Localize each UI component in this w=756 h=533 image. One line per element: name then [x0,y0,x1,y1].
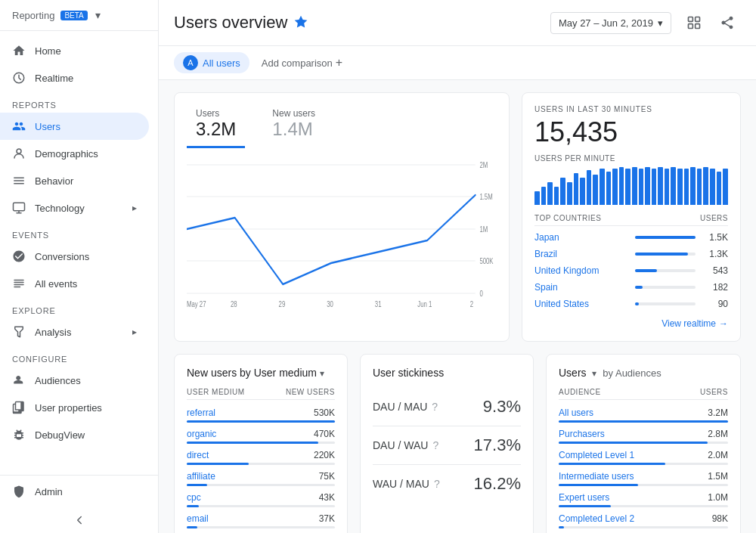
stickiness-dau-mau-value: 9.3% [483,397,521,417]
medium-name-referral[interactable]: referral [187,407,215,418]
sidebar-item-behavior[interactable]: Behavior [0,167,149,194]
country-name-uk[interactable]: United Kingdom [534,265,629,276]
bar-5 [560,178,565,205]
wau-mau-label-text: WAU / MAU [373,478,429,490]
audience-bar-intermediate [559,484,638,486]
audience-name-completed1[interactable]: Completed Level 1 [559,450,634,460]
audience-name-completed2[interactable]: Completed Level 2 [559,513,634,524]
medium-row-email: email 37K [187,510,335,531]
sidebar-item-home[interactable]: Home [0,37,149,64]
new-users-dropdown-icon[interactable]: ▾ [320,368,324,379]
audience-name-purchasers[interactable]: Purchasers [559,429,605,439]
date-range-selector[interactable]: May 27 – Jun 2, 2019 ▾ [550,12,671,34]
audience-bar-completed2 [559,526,564,528]
audiences-dropdown-icon[interactable]: ▾ [592,368,596,379]
sidebar-item-audiences[interactable]: Audiences [0,367,149,394]
help-icon-dau-wau[interactable]: ? [432,439,438,451]
stickiness-dau-wau-label: DAU / WAU ? [373,439,438,451]
help-icon-dau-mau[interactable]: ? [432,401,438,413]
conversions-icon [12,249,26,263]
chevron-down-icon[interactable]: ▾ [95,9,101,21]
all-users-filter-chip[interactable]: A All users [174,52,249,73]
countries-table: TOP COUNTRIES USERS Japan 1.5K Brazil 1.… [534,214,728,312]
top-cards-row: Users 3.2M New users 1.4M [174,92,741,342]
svg-point-1 [17,149,21,153]
all-events-icon [12,277,26,290]
svg-text:1.5M: 1.5M [479,192,492,202]
sidebar-item-users[interactable]: Users [0,113,149,140]
audience-name-all[interactable]: All users [559,407,593,418]
dau-mau-label-text: DAU / MAU [373,401,427,413]
sidebar-item-analysis[interactable]: Analysis ▸ [0,318,149,346]
add-comparison-label: Add comparison [262,57,333,69]
sidebar-item-home-label: Home [35,45,61,57]
help-icon-wau-mau[interactable]: ? [434,478,440,490]
share-button[interactable] [714,9,741,36]
admin-icon [12,485,26,498]
filter-bar: A All users Add comparison + [159,46,756,80]
audience-bar-wrap-completed1 [559,463,728,465]
bar-10 [593,175,598,205]
medium-row-top-direct: direct 220K [187,450,335,460]
customize-report-button[interactable] [680,9,708,36]
svg-text:1M: 1M [479,225,488,234]
country-value-japan: 1.5K [702,232,728,243]
country-name-us[interactable]: United States [534,299,629,309]
sidebar-item-all-events[interactable]: All events [0,270,149,297]
sidebar-item-realtime[interactable]: Realtime [0,64,149,91]
bar-14 [619,167,624,205]
add-comparison-button[interactable]: Add comparison + [256,53,349,73]
countries-col2-header: USERS [700,214,728,222]
svg-text:2M: 2M [479,160,488,170]
country-bar-wrap-japan [635,236,696,239]
medium-name-affiliate[interactable]: affiliate [187,471,215,482]
audience-bar-expert [559,505,611,507]
audience-name-intermediate[interactable]: Intermediate users [559,471,634,482]
country-bar-uk [635,269,657,272]
sidebar-item-debugview[interactable]: DebugView [0,421,149,448]
country-value-brazil: 1.3K [702,249,728,259]
collapse-sidebar-button[interactable] [0,507,158,533]
view-realtime-link[interactable]: View realtime → [534,318,728,329]
country-name-japan[interactable]: Japan [534,232,629,243]
audience-bar-purchasers [559,442,708,444]
bar-29 [717,172,722,205]
medium-name-direct[interactable]: direct [187,450,209,460]
medium-bar-wrap-affiliate [187,484,335,486]
country-name-spain[interactable]: Spain [534,282,629,293]
sidebar-item-technology[interactable]: Technology ▸ [0,194,149,222]
top-bar-right: May 27 – Jun 2, 2019 ▾ [550,9,741,36]
sidebar-item-users-label: Users [35,121,60,132]
sidebar-item-realtime-label: Realtime [35,73,73,84]
medium-bar-referral [187,420,335,423]
chip-avatar: A [183,55,198,70]
svg-rect-2 [14,203,25,211]
countries-table-header: TOP COUNTRIES USERS [534,214,728,226]
medium-name-email[interactable]: email [187,513,209,524]
sidebar-item-user-properties[interactable]: User properties [0,394,149,421]
users-metric-tab[interactable]: Users 3.2M [187,105,245,148]
medium-name-cpc[interactable]: cpc [187,492,201,503]
svg-rect-4 [696,17,700,22]
users-metric-label: Users [196,108,236,119]
sidebar-item-analysis-label: Analysis [35,327,71,338]
metrics-row: Users 3.2M New users 1.4M [187,105,497,148]
new-users-rows: referral 530K organic 470K [187,404,335,533]
sidebar-item-demographics[interactable]: Demographics [0,140,149,167]
svg-text:29: 29 [279,299,286,308]
new-users-metric-tab[interactable]: New users 1.4M [263,105,324,148]
audience-name-expert[interactable]: Expert users [559,492,609,503]
sidebar-item-conversions[interactable]: Conversions [0,243,149,270]
country-name-brazil[interactable]: Brazil [534,249,629,259]
medium-name-organic[interactable]: organic [187,429,216,439]
bar-30 [723,169,728,205]
main-chart-area: 2M 1.5M 1M 500K 0 May 27 28 29 30 31 Jun… [187,157,497,308]
audiences-col2-header: USERS [700,388,728,396]
sidebar-footer-admin[interactable]: Admin [0,475,158,507]
svg-text:Jun 1: Jun 1 [417,299,432,308]
bottom-cards-row: New users by User medium ▾ USER MEDIUM N… [174,354,741,533]
audience-value-intermediate: 1.5M [708,471,728,482]
medium-bar-wrap-email [187,526,335,528]
users-metric-value: 3.2M [196,119,236,140]
realtime-bar-chart [534,167,728,205]
